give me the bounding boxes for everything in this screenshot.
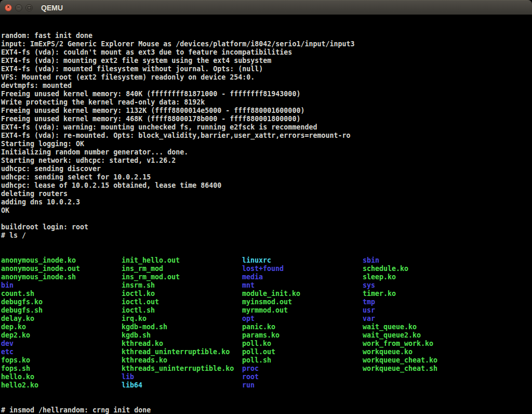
file-entry: kthread.ko: [122, 340, 242, 348]
file-entry: wait_queue.ko: [363, 323, 417, 331]
ls-row: delay.koirq.kooptvar: [1, 315, 532, 323]
file-entry: sbin: [363, 256, 379, 265]
terminal-line: EXT4-fs (vda): re-mounted. Opts: block_v…: [1, 132, 532, 140]
file-entry: tmp: [363, 298, 375, 306]
file-entry: run: [242, 381, 363, 390]
file-entry: root: [242, 373, 363, 381]
file-entry: ioctl.sh: [122, 306, 242, 315]
file-entry: var: [363, 315, 375, 323]
terminal-line: Starting network: udhcpc: started, v1.26…: [1, 157, 532, 165]
file-entry: media: [242, 273, 363, 281]
file-entry: ioctl.out: [122, 298, 242, 306]
file-entry: workqueue.ko: [363, 348, 413, 356]
ls-output: anonymous_inode.koinit_hello.outlinuxrcs…: [1, 256, 532, 390]
file-entry: ins_rm_mod.out: [122, 273, 242, 281]
file-entry: init_hello.out: [122, 256, 242, 265]
terminal-line: random: fast init done: [1, 32, 532, 40]
terminal-line: VFS: Mounted root (ext2 filesystem) read…: [1, 73, 532, 82]
ls-row: etckthread_uninterruptible.kopoll.outwor…: [1, 348, 532, 356]
file-entry: ioctl.ko: [122, 290, 242, 298]
close-icon: ×: [7, 5, 10, 10]
ls-row: devkthread.kopoll.kowork_from_work.ko: [1, 340, 532, 348]
shell-log: # insmod /hellrandom: crng init done# in…: [1, 406, 532, 414]
file-entry: hello.ko: [1, 373, 122, 381]
terminal-line: EXT4-fs (vda): warning: mounting uncheck…: [1, 123, 532, 132]
ls-row: fops.shkthreads_uninterruptible.koprocwo…: [1, 365, 532, 373]
terminal-screen[interactable]: random: fast init doneinput: ImExPS/2 Ge…: [0, 15, 532, 414]
minimize-button[interactable]: −: [15, 4, 22, 11]
terminal-line: buildroot login: root: [1, 223, 532, 231]
terminal-line: # ls /: [1, 231, 532, 240]
file-entry: delay.ko: [1, 315, 122, 323]
maximize-button[interactable]: [25, 4, 33, 11]
ls-row: debugfs.koioctl.outmyinsmod.outtmp: [1, 298, 532, 306]
ls-row: anonymous_inode.koinit_hello.outlinuxrcs…: [1, 256, 532, 265]
file-entry: kthreads_uninterruptible.ko: [122, 365, 242, 373]
file-entry: poll.sh: [242, 356, 363, 365]
file-entry: schedule.ko: [363, 265, 408, 273]
terminal-line: # insmod /hellrandom: crng init done: [1, 406, 532, 414]
ls-row: hello.kolibroot: [1, 373, 532, 381]
file-entry: workqueue_cheat.sh: [363, 365, 437, 373]
file-entry: dev: [1, 340, 122, 348]
file-entry: linuxrc: [242, 256, 363, 265]
file-entry: fops.sh: [1, 365, 122, 373]
file-entry: kthread_uninterruptible.ko: [122, 348, 242, 356]
file-entry: kgdb.sh: [122, 331, 242, 340]
file-entry: anonymous_inode.ko: [1, 256, 122, 265]
file-entry: work_from_work.ko: [363, 340, 433, 348]
qemu-window: × − QEMU random: fast init doneinput: Im…: [0, 0, 532, 414]
file-entry: bin: [1, 281, 122, 290]
file-entry: hello2.ko: [1, 381, 122, 390]
terminal-line: adding dns 10.0.2.3: [1, 198, 532, 206]
file-entry: lib: [122, 373, 242, 381]
file-entry: etc: [1, 348, 122, 356]
terminal-line: devtmpfs: mounted: [1, 82, 532, 90]
file-entry: count.sh: [1, 290, 122, 298]
terminal-line: EXT4-fs (vda): mounting ext2 file system…: [1, 57, 532, 65]
title-bar[interactable]: × − QEMU: [0, 0, 532, 15]
file-entry: wait_queue2.ko: [363, 331, 421, 340]
ls-row: debugfs.shioctl.shmyrmmod.outusr: [1, 306, 532, 315]
file-entry: workqueue_cheat.ko: [363, 356, 437, 365]
file-entry: myinsmod.out: [242, 298, 363, 306]
file-entry: kgdb-mod.sh: [122, 323, 242, 331]
terminal-line: udhcpc: lease of 10.0.2.15 obtained, lea…: [1, 182, 532, 190]
ls-row: bininsrm.shmntsys: [1, 281, 532, 290]
file-entry: sys: [363, 281, 375, 290]
close-button[interactable]: ×: [5, 4, 12, 11]
file-entry: fops.ko: [1, 356, 122, 365]
terminal-line: Write protecting the kernel read-only da…: [1, 98, 532, 107]
file-entry: sleep.ko: [363, 273, 396, 281]
terminal-line: Freeing unused kernel memory: 468K (ffff…: [1, 115, 532, 123]
ls-row: fops.kokthreads.kopoll.shworkqueue_cheat…: [1, 356, 532, 365]
file-entry: opt: [242, 315, 363, 323]
terminal-line: Starting logging: OK: [1, 140, 532, 148]
file-entry: panic.ko: [242, 323, 363, 331]
terminal-line: input: ImExPS/2 Generic Explorer Mouse a…: [1, 40, 532, 48]
ls-row: anonymous_inode.outins_rm_modlost+founds…: [1, 265, 532, 273]
file-entry: poll.ko: [242, 340, 363, 348]
terminal-line: Freeing unused kernel memory: 1132K (fff…: [1, 107, 532, 115]
file-entry: usr: [363, 306, 375, 315]
file-entry: timer.ko: [363, 290, 396, 298]
file-entry: poll.out: [242, 348, 363, 356]
file-entry: debugfs.ko: [1, 298, 122, 306]
file-entry: dep.ko: [1, 323, 122, 331]
terminal-line: [1, 215, 532, 223]
ls-row: anonymous_inode.shins_rm_mod.outmediasle…: [1, 273, 532, 281]
file-entry: proc: [242, 365, 363, 373]
file-entry: lost+found: [242, 265, 363, 273]
terminal-line: Freeing unused kernel memory: 840K (ffff…: [1, 90, 532, 98]
window-title: QEMU: [41, 1, 63, 15]
terminal-line: OK: [1, 206, 532, 215]
file-entry: anonymous_inode.sh: [1, 273, 122, 281]
file-entry: lib64: [122, 381, 242, 390]
file-entry: anonymous_inode.out: [1, 265, 122, 273]
terminal-line: udhcpc: sending discover: [1, 165, 532, 173]
file-entry: ins_rm_mod: [122, 265, 242, 273]
window-controls: × −: [0, 4, 33, 11]
terminal-line: Initializing random number generator... …: [1, 148, 532, 157]
file-entry: debugfs.sh: [1, 306, 122, 315]
minimize-icon: −: [17, 5, 20, 9]
